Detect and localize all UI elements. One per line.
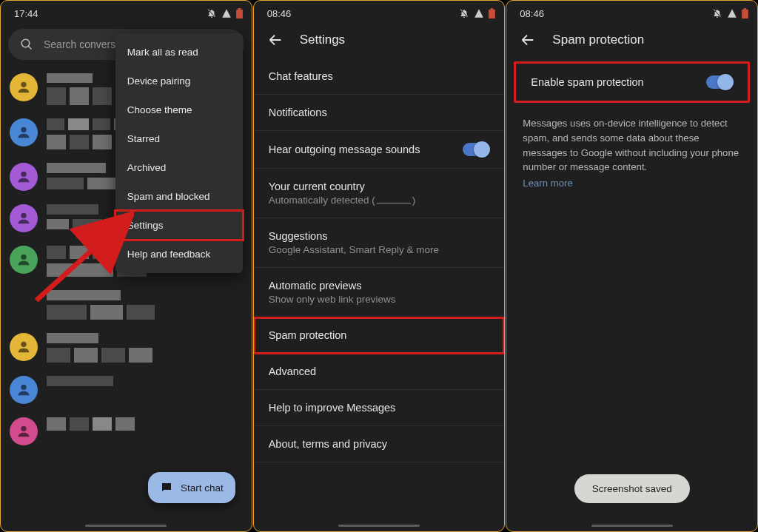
clock: 08:46 <box>520 8 544 19</box>
menu-settings[interactable]: Settings <box>115 211 243 240</box>
svg-point-5 <box>21 342 26 347</box>
conversation-row[interactable] <box>8 326 244 368</box>
battery-low-icon <box>236 8 243 18</box>
nav-gesture-bar <box>85 525 167 527</box>
row-hear-sounds[interactable]: Hear outgoing message sounds <box>254 131 505 169</box>
status-bar: 17:44 <box>1 1 252 23</box>
redacted-text <box>47 333 152 363</box>
clock: 08:46 <box>267 8 292 19</box>
page-title: Spam protection <box>552 33 644 47</box>
avatar <box>10 163 38 191</box>
redacted-text <box>47 290 155 320</box>
svg-point-4 <box>21 255 26 260</box>
nav-gesture-bar <box>338 525 420 527</box>
avatar <box>10 376 38 404</box>
chat-icon <box>160 481 173 494</box>
screenshot-toast: Screenshot saved <box>574 474 690 503</box>
row-suggestions[interactable]: SuggestionsGoogle Assistant, Smart Reply… <box>254 218 505 268</box>
row-spam-protection[interactable]: Spam protection <box>254 317 505 354</box>
menu-starred[interactable]: Starred <box>115 124 243 153</box>
back-icon[interactable] <box>267 32 284 48</box>
row-enable-spam-protection[interactable]: Enable spam protection <box>516 64 748 101</box>
menu-choose-theme[interactable]: Choose theme <box>115 95 243 124</box>
row-automatic-previews[interactable]: Automatic previewsShow only web link pre… <box>254 268 505 317</box>
status-bar: 08:46 <box>506 1 757 23</box>
row-current-country[interactable]: Your current country Automatically detec… <box>254 169 505 218</box>
panel-settings: 08:46 Settings Chat features Notificatio… <box>253 0 506 532</box>
battery-low-icon <box>742 8 748 18</box>
row-about[interactable]: About, terms and privacy <box>254 426 505 462</box>
app-bar: Spam protection <box>506 23 757 58</box>
page-title: Settings <box>300 33 345 47</box>
svg-point-0 <box>21 82 26 87</box>
redacted-text <box>47 163 117 189</box>
redacted-text <box>47 376 113 386</box>
app-bar: Settings <box>254 23 505 58</box>
bell-off-icon <box>712 8 722 18</box>
toggle-hear-sounds[interactable] <box>463 143 489 156</box>
menu-archived[interactable]: Archived <box>115 153 243 182</box>
nav-gesture-bar <box>591 525 673 527</box>
bell-off-icon <box>207 8 217 18</box>
row-advanced[interactable]: Advanced <box>254 354 505 390</box>
redacted-text <box>47 417 135 431</box>
svg-point-3 <box>21 213 26 218</box>
status-bar: 08:46 <box>254 1 505 23</box>
row-chat-features[interactable]: Chat features <box>254 58 505 95</box>
signal-icon <box>221 8 232 18</box>
conversation-row[interactable] <box>8 410 244 451</box>
menu-device-pairing[interactable]: Device pairing <box>115 67 243 95</box>
battery-low-icon <box>489 8 495 18</box>
bell-off-icon <box>459 8 469 18</box>
avatar <box>10 417 38 445</box>
search-icon <box>20 38 33 51</box>
avatar <box>10 118 38 147</box>
svg-point-1 <box>21 127 26 132</box>
svg-point-6 <box>21 385 26 390</box>
panel-messages-home: 17:44 Search conversations <box>0 0 252 532</box>
redacted-text <box>47 73 112 105</box>
avatar <box>10 73 38 101</box>
conversation-row[interactable] <box>8 368 244 410</box>
start-chat-fab[interactable]: Start chat <box>148 472 235 503</box>
fab-label: Start chat <box>181 482 224 494</box>
menu-spam-blocked[interactable]: Spam and blocked <box>115 182 243 211</box>
svg-point-2 <box>21 172 26 177</box>
back-icon[interactable] <box>520 32 536 48</box>
learn-more-link[interactable]: Learn more <box>523 176 741 191</box>
toggle-enable-spam[interactable] <box>706 75 733 89</box>
signal-icon <box>474 8 484 18</box>
svg-point-7 <box>21 426 26 431</box>
menu-help-feedback[interactable]: Help and feedback <box>115 240 243 269</box>
row-help-improve[interactable]: Help to improve Messages <box>254 390 505 426</box>
row-notifications[interactable]: Notifications <box>254 95 505 131</box>
avatar <box>10 204 38 232</box>
redacted-text <box>47 204 122 229</box>
conversation-row[interactable] <box>8 283 244 326</box>
panel-spam-protection: 08:46 Spam protection Enable spam protec… <box>506 0 758 532</box>
signal-icon <box>727 8 737 18</box>
country-subtitle: Automatically detected () <box>269 195 416 206</box>
avatar <box>10 333 38 361</box>
avatar <box>10 246 38 274</box>
clock: 17:44 <box>14 8 38 19</box>
overflow-menu: Mark all as read Device pairing Choose t… <box>115 33 243 273</box>
spam-description: Messages uses on-device intelligence to … <box>506 106 757 195</box>
highlight-annotation: Enable spam protection <box>514 61 750 103</box>
settings-list: Chat features Notifications Hear outgoin… <box>254 58 505 462</box>
menu-mark-all-read[interactable]: Mark all as read <box>115 38 243 67</box>
